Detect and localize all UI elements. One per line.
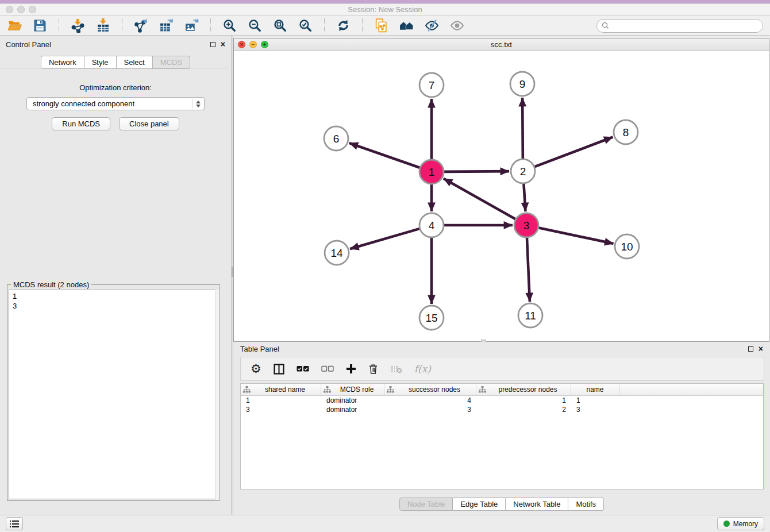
memory-button[interactable]: Memory (717, 517, 764, 530)
column-header[interactable]: predecessor nodes (476, 384, 571, 395)
delete-icon[interactable] (368, 362, 378, 376)
search-input[interactable] (612, 22, 758, 30)
graph-node-label-9: 9 (519, 78, 526, 90)
column-tree-icon (387, 386, 394, 393)
open-session-icon[interactable] (7, 18, 22, 33)
run-mcds-button[interactable]: Run MCDS (52, 117, 110, 130)
add-column-icon[interactable] (346, 362, 356, 376)
toolbar-separator (59, 18, 59, 33)
table-row[interactable]: 1dominator411 (241, 396, 763, 405)
column-header-label: name (573, 385, 617, 394)
graph-node-label-6: 6 (333, 133, 340, 145)
column-tree-icon (324, 386, 331, 393)
search-field[interactable] (596, 19, 763, 33)
first-neighbors-icon[interactable] (399, 18, 414, 33)
column-header-label: successor nodes (395, 385, 473, 394)
column-tree-icon (479, 386, 486, 393)
hide-selected-icon[interactable] (424, 18, 440, 33)
save-session-icon[interactable] (32, 18, 48, 33)
tab-node-table[interactable]: Node Table (399, 498, 453, 511)
network-canvas[interactable]: 7968124314101511 (234, 51, 769, 341)
column-header-label: shared name (252, 385, 318, 394)
delete-column-icon-disabled (390, 362, 402, 376)
graph-node-label-3: 3 (523, 219, 530, 232)
table-header: shared nameMCDS rolesuccessor nodesprede… (241, 384, 763, 396)
export-network-icon[interactable] (133, 18, 149, 33)
graph-edge-2-3[interactable] (523, 184, 525, 211)
column-header[interactable]: name (571, 384, 619, 395)
table-cell: 3 (241, 406, 321, 414)
graph-edge-4-14[interactable] (350, 229, 419, 249)
graph-edge-1-6[interactable] (349, 143, 420, 168)
float-panel-icon[interactable] (210, 42, 215, 47)
function-builder-icon-disabled: f(x) (414, 362, 431, 376)
import-network-icon[interactable] (70, 18, 86, 33)
deselect-all-icon[interactable] (321, 362, 334, 376)
splitter-handle[interactable] (232, 267, 233, 277)
graph-edge-3-11[interactable] (527, 238, 530, 302)
show-all-icon[interactable] (449, 18, 465, 33)
table-cell: 3 (571, 406, 619, 414)
tab-motifs[interactable]: Motifs (568, 498, 604, 511)
mcds-result-list[interactable]: 13 (9, 290, 218, 499)
mcds-result-group: MCDS result (2 nodes) 13 (7, 284, 220, 501)
graph-edge-1-2[interactable] (444, 171, 509, 172)
show-columns-icon[interactable] (274, 362, 284, 376)
task-history-button[interactable] (6, 517, 23, 530)
toolbar-separator (362, 18, 363, 33)
window-title: Session: New Session (0, 5, 770, 14)
close-panel-button[interactable]: Close panel (119, 117, 179, 130)
select-stepper-icon (192, 99, 201, 109)
network-window-title: scc.txt (234, 40, 769, 49)
result-line: 1 (13, 291, 214, 301)
table-cell: 1 (476, 396, 571, 404)
tab-edge-table[interactable]: Edge Table (453, 498, 506, 511)
table-panel: Table Panel × ⚙ (233, 342, 770, 515)
column-header-label: predecessor nodes (487, 385, 568, 394)
float-table-panel-icon[interactable] (748, 346, 753, 352)
column-header[interactable]: MCDS role (321, 384, 384, 395)
zoom-in-icon[interactable] (222, 18, 237, 33)
main-toolbar (0, 16, 770, 36)
refresh-icon[interactable] (336, 18, 351, 33)
tab-network-table[interactable]: Network Table (506, 498, 568, 511)
table-tabs: Node Table Edge Table Network Table Moti… (233, 498, 770, 511)
tab-style[interactable]: Style (84, 56, 117, 69)
graph-node-label-10: 10 (621, 241, 633, 253)
graph-edge-2-8[interactable] (535, 137, 613, 167)
zoom-fit-icon[interactable] (272, 18, 288, 33)
table-settings-gear-icon[interactable]: ⚙ (251, 362, 261, 376)
close-table-panel-icon[interactable]: × (759, 346, 763, 352)
zoom-selected-icon[interactable] (298, 18, 313, 33)
select-all-icon[interactable] (297, 362, 309, 376)
network-window-titlebar[interactable]: × − + scc.txt (234, 38, 769, 51)
export-image-icon[interactable] (184, 18, 199, 33)
graph-edge-3-10[interactable] (539, 228, 614, 244)
column-header[interactable]: successor nodes (384, 384, 476, 395)
window-titlebar: Session: New Session (0, 3, 770, 16)
zoom-out-icon[interactable] (247, 18, 263, 33)
table-cell: 1 (241, 396, 321, 404)
table-cell: dominator (321, 406, 384, 414)
table-row[interactable]: 3dominator323 (241, 405, 763, 414)
import-table-icon[interactable] (95, 18, 111, 33)
graph-edge-2-9[interactable] (522, 98, 523, 159)
table-body: 1dominator4113dominator323 (241, 396, 763, 414)
column-header[interactable]: shared name (241, 384, 321, 395)
column-header-label: MCDS role (332, 385, 382, 394)
tab-mcds[interactable]: MCDS (153, 56, 190, 69)
table-cell: 4 (384, 396, 476, 404)
graph-node-label-8: 8 (623, 126, 629, 138)
tab-select[interactable]: Select (117, 56, 153, 69)
control-panel-tabs: Network Style Select MCDS (0, 56, 231, 69)
result-scrollbar[interactable] (215, 290, 220, 500)
copy-network-icon[interactable] (374, 18, 389, 33)
close-panel-icon[interactable]: × (221, 41, 225, 47)
criterion-select[interactable]: strongly connected component (26, 97, 205, 110)
toolbar-separator (324, 18, 325, 33)
tab-network[interactable]: Network (41, 56, 84, 69)
graph-edge-3-1[interactable] (444, 179, 515, 219)
export-table-icon[interactable] (159, 18, 174, 33)
node-table[interactable]: shared nameMCDS rolesuccessor nodesprede… (240, 383, 764, 489)
table-cell: 1 (571, 396, 619, 404)
